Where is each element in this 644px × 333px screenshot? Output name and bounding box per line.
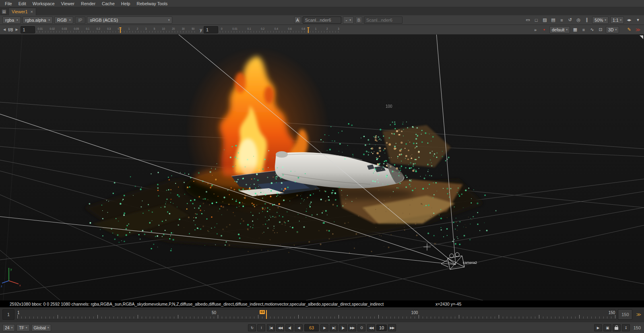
range-end-field[interactable]: 150: [618, 309, 632, 320]
row-layout-icon[interactable]: ≡: [580, 26, 587, 33]
timeline-ruler[interactable]: 15010015063: [17, 309, 615, 320]
tab-close-icon[interactable]: ×: [31, 9, 33, 14]
lock-range-button[interactable]: [613, 324, 621, 331]
slider-tick-label: 0.8: [301, 26, 305, 31]
refresh-icon[interactable]: ↺: [566, 16, 574, 23]
chevron-down-icon: ▾: [615, 28, 617, 31]
fps-dropdown[interactable]: 24▾: [2, 324, 15, 331]
toolbar-menu-chevron-icon[interactable]: ▾: [634, 16, 642, 23]
pause-updates-icon[interactable]: ∥: [583, 16, 590, 23]
lut-grid-icon[interactable]: ▦: [572, 26, 579, 33]
alpha-layer-dropdown[interactable]: rgba.alpha▾: [23, 16, 53, 24]
viewer-process-dropdown[interactable]: sRGB (ACES)▾: [87, 16, 172, 24]
waveform-icon[interactable]: ∿: [588, 26, 596, 33]
layer-dropdown[interactable]: rgba▾: [2, 16, 21, 24]
menu-workspace[interactable]: Workspace: [29, 1, 58, 6]
menu-file[interactable]: File: [2, 1, 15, 6]
next-increment-button[interactable]: |▶: [339, 324, 347, 331]
range-start-field[interactable]: 1: [2, 309, 14, 320]
jump-fwd-increment-button[interactable]: ▶▶: [388, 324, 396, 331]
a-buffer-button[interactable]: A: [294, 16, 301, 23]
menu-help[interactable]: Help: [118, 1, 134, 6]
playhead[interactable]: 63: [266, 310, 267, 319]
save-button[interactable]: ↧: [622, 324, 630, 331]
jump-back-increment-button[interactable]: ◀◀: [367, 324, 375, 331]
menu-edit[interactable]: Edit: [15, 1, 29, 6]
slider-tick-label: 0.1: [86, 26, 89, 31]
menu-render[interactable]: Render: [78, 1, 99, 6]
menu-viewer[interactable]: Viewer: [58, 1, 78, 6]
timeline-expand-icon[interactable]: ≫: [635, 312, 642, 317]
ab-blend-dropdown[interactable]: -▾: [343, 16, 354, 24]
marquee-select-icon[interactable]: ⊡: [597, 26, 604, 33]
stereo-modes-icon[interactable]: »: [532, 26, 539, 33]
transport-bar: 24▾ TF▾ Global▾ ↻I |◀◀◀◀|◀ 63 ▶▶||▶▶▶O ◀…: [0, 322, 644, 333]
chevron-down-icon: ▾: [11, 326, 13, 329]
dd-label: rgba: [5, 18, 14, 23]
goto-start-button[interactable]: |◀: [267, 324, 275, 331]
checker-background-icon[interactable]: ▨: [541, 16, 548, 23]
range-lock-button[interactable]: I: [257, 324, 265, 331]
viewer-layout-dropdown[interactable]: default▾: [549, 26, 570, 33]
axis-z-label: z: [1, 285, 2, 288]
step-forward-button[interactable]: ▶|: [330, 324, 338, 331]
a-source-field[interactable]: Scanl...nder6: [303, 16, 341, 24]
spin-arrows-icon[interactable]: ◂▸: [625, 16, 633, 23]
full-frame-icon[interactable]: □: [533, 16, 540, 23]
pane-splitter-corner[interactable]: [640, 35, 643, 39]
render-button[interactable]: ▣: [603, 324, 611, 331]
monitor-out-icon[interactable]: ▤: [549, 16, 557, 23]
center-view-icon[interactable]: ◎: [575, 16, 582, 23]
menu-cache[interactable]: Cache: [99, 1, 118, 6]
increment-field[interactable]: 10: [376, 325, 387, 331]
gamma-slider[interactable]: 00.010.10.20.40.60.8123: [220, 26, 341, 33]
annotate-pencil-icon[interactable]: ✎: [625, 26, 633, 33]
flipbook-button[interactable]: ▶: [594, 324, 602, 331]
slider-tick-label: 30: [182, 26, 185, 31]
b-source-field[interactable]: Scanl...nder6: [364, 16, 402, 24]
gain-marker[interactable]: [120, 29, 121, 33]
3d-viewport[interactable]: camera2 100 y x z: [0, 35, 644, 300]
slider-tick-label: 5: [154, 26, 155, 31]
dd-label: default: [552, 27, 565, 32]
play-backward-button[interactable]: ◀◀: [276, 324, 284, 331]
gain-slider[interactable]: 0.010.020.030.050.10.20.30.5123510203050: [37, 26, 196, 33]
statusbar: 2592x1080 bbox: 0 0 2592 1080 channels: …: [0, 300, 644, 307]
prev-increment-button[interactable]: ◀|: [285, 324, 293, 331]
wipe-mode-icon[interactable]: ▭: [524, 16, 531, 23]
slider-tick-label: 1: [315, 26, 317, 31]
chevron-down-icon: ▾: [17, 18, 18, 22]
playback-mode-button[interactable]: ↻: [248, 324, 256, 331]
current-frame-field[interactable]: 63: [304, 324, 319, 331]
timeline-mode-dropdown[interactable]: TF▾: [17, 324, 29, 331]
play-forward-button[interactable]: ▶: [320, 324, 328, 331]
pane-menu-icon[interactable]: ▤: [1, 9, 7, 14]
input-process-toggle[interactable]: IP: [75, 16, 85, 24]
roi-chevrons-icon[interactable]: ≫: [634, 26, 642, 33]
gain-next-icon[interactable]: ▶: [14, 28, 19, 31]
zoom-dropdown[interactable]: 50%▾: [592, 16, 609, 24]
slider-tick-label: 2: [137, 26, 138, 31]
exposure-right-icons: ▦≡∿⊡: [572, 26, 604, 33]
image-info-text: 2592x1080 bbox: 0 0 2592 1080 channels: …: [10, 302, 384, 306]
goto-end-button[interactable]: ▶▶: [348, 324, 356, 331]
menu-rebelway-tools[interactable]: Rebelway Tools: [133, 1, 171, 6]
gamma-marker[interactable]: [308, 29, 309, 33]
display-channels-dropdown[interactable]: RGB▾: [54, 16, 73, 24]
fstop-label[interactable]: f/8: [8, 27, 13, 32]
gamma-field[interactable]: 1: [204, 26, 218, 33]
chevron-down-icon: ▾: [168, 18, 170, 22]
pixel-aspect-dropdown[interactable]: 1:1▾: [610, 16, 624, 24]
slider-tick-label: 0.6: [288, 26, 292, 31]
b-buffer-button[interactable]: B: [355, 16, 362, 23]
gain-prev-icon[interactable]: ◀: [2, 28, 6, 31]
loop-button[interactable]: O: [357, 324, 365, 331]
view-mode-dropdown[interactable]: 3D▾: [606, 26, 619, 33]
slider-tick-label: 0.4: [275, 26, 278, 31]
frame-range-dropdown[interactable]: Global▾: [31, 324, 52, 331]
step-back-button[interactable]: ◀: [295, 324, 303, 331]
chevron-down-icon: ▾: [605, 18, 606, 22]
gain-field[interactable]: 1: [21, 26, 35, 33]
tab-viewer1[interactable]: Viewer1 ×: [8, 8, 36, 15]
overlay-menu-icon[interactable]: ≡: [558, 16, 565, 23]
